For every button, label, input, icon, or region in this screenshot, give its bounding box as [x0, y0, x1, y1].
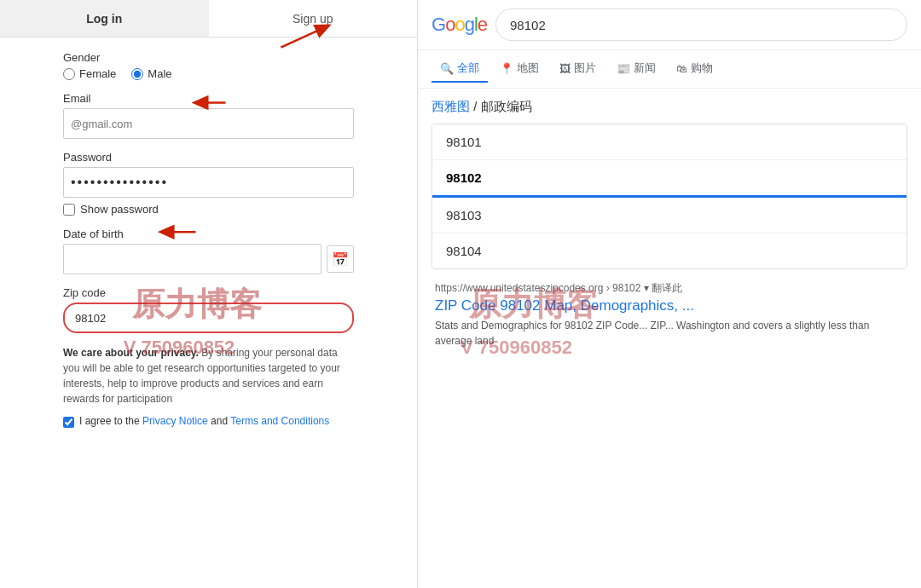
zip-label: Zip code — [63, 286, 354, 299]
zip-item-98104[interactable]: 98104 — [432, 233, 907, 268]
tab-signup[interactable]: Sign up — [209, 0, 418, 37]
male-option[interactable]: Male — [131, 67, 171, 80]
google-header: Google — [418, 0, 921, 50]
gender-label: Gender — [63, 51, 354, 64]
tab-images[interactable]: 🖼 图片 — [551, 55, 605, 83]
privacy-notice-link[interactable]: Privacy Notice — [142, 415, 208, 427]
dob-label: Date of birth — [63, 228, 354, 240]
search-result-item: https://www.unitedstateszipcodes.org › 9… — [432, 281, 907, 349]
gender-row: Female Male — [63, 67, 354, 80]
calendar-button[interactable]: 📅 — [327, 245, 354, 273]
news-icon: 📰 — [617, 62, 630, 75]
result-url: https://www.unitedstateszipcodes.org › 9… — [435, 281, 904, 296]
female-radio[interactable] — [63, 68, 75, 80]
breadcrumb-separator: / — [473, 99, 480, 113]
male-label: Male — [148, 67, 171, 80]
female-label: Female — [79, 67, 116, 80]
privacy-text: We care about your privacy. By sharing y… — [63, 345, 354, 406]
show-password-checkbox[interactable] — [63, 204, 75, 216]
male-radio[interactable] — [131, 68, 143, 80]
gender-group: Gender Female Male — [63, 51, 354, 80]
tab-bar: Log in Sign up — [0, 0, 417, 37]
map-icon: 📍 — [500, 62, 513, 75]
location-breadcrumb: 西雅图 / 邮政编码 — [432, 99, 907, 115]
show-password-label: Show password — [80, 203, 159, 216]
result-title-link[interactable]: ZIP Code 98102 Map, Demographics, ... — [435, 297, 904, 314]
search-icon: 🔍 — [440, 62, 454, 75]
images-icon: 🖼 — [559, 62, 571, 75]
results-area: 西雅图 / 邮政编码 98101 98102 98103 98104 https… — [418, 89, 921, 359]
password-input[interactable] — [63, 167, 354, 198]
agreement-row: I agree to the Privacy Notice and Terms … — [63, 415, 354, 428]
signup-form: Gender Female Male Email Password — [0, 37, 417, 441]
google-logo: Google — [432, 14, 487, 36]
email-group: Email — [63, 92, 354, 139]
show-password-row: Show password — [63, 203, 354, 216]
zip-input[interactable] — [63, 303, 354, 333]
left-panel: Log in Sign up Gender Female Male Email — [0, 0, 418, 588]
female-option[interactable]: Female — [63, 67, 116, 80]
email-input[interactable] — [63, 108, 354, 139]
agree-text: I agree to the Privacy Notice and Terms … — [79, 415, 329, 427]
privacy-bold: We care about your privacy. — [63, 347, 199, 359]
zip-results-list: 98101 98102 98103 98104 — [432, 124, 907, 269]
dob-input[interactable] — [63, 244, 321, 274]
calendar-icon: 📅 — [332, 251, 349, 268]
dob-group: Date of birth 📅 — [63, 228, 354, 274]
zip-item-98101[interactable]: 98101 — [432, 124, 907, 160]
shopping-icon: 🛍 — [676, 62, 687, 75]
city-link[interactable]: 西雅图 — [432, 99, 470, 113]
search-tab-bar: 🔍 全部 📍 地图 🖼 图片 📰 新闻 🛍 购物 — [418, 50, 921, 89]
result-snippet: Stats and Demographics for 98102 ZIP Cod… — [435, 318, 904, 349]
tab-news[interactable]: 📰 新闻 — [608, 55, 664, 83]
zip-item-98103[interactable]: 98103 — [432, 198, 907, 233]
tab-shopping[interactable]: 🛍 购物 — [668, 55, 721, 83]
breadcrumb-type: 邮政编码 — [481, 99, 532, 113]
password-group: Password Show password — [63, 151, 354, 216]
tab-all[interactable]: 🔍 全部 — [432, 55, 488, 83]
zip-item-98102[interactable]: 98102 — [432, 160, 907, 198]
tab-maps[interactable]: 📍 地图 — [491, 55, 547, 83]
agree-checkbox[interactable] — [63, 417, 74, 428]
dob-row: 📅 — [63, 244, 354, 274]
email-label: Email — [63, 92, 354, 105]
password-label: Password — [63, 151, 354, 164]
tab-login[interactable]: Log in — [0, 0, 209, 37]
right-panel: Google 🔍 全部 📍 地图 🖼 图片 📰 新闻 🛍 购物 西雅图 — [418, 0, 921, 588]
search-input[interactable] — [495, 9, 907, 41]
terms-link[interactable]: Terms and Conditions — [230, 415, 329, 427]
zip-group: Zip code — [63, 286, 354, 333]
